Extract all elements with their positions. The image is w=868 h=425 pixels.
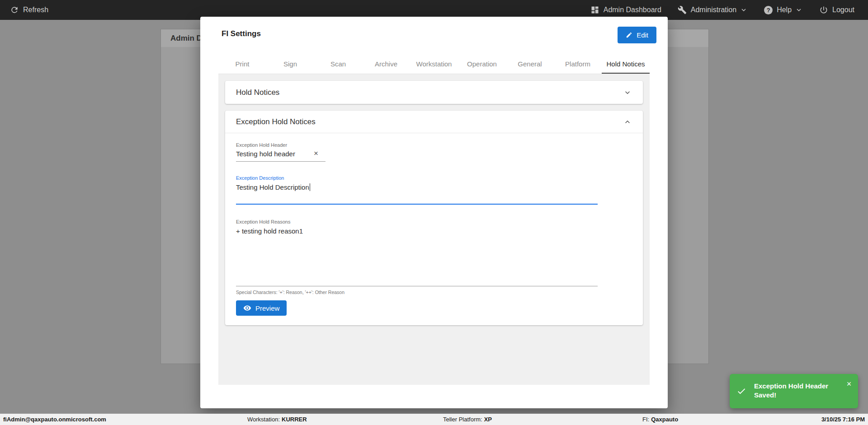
hold-notices-accordion-title: Hold Notices [236, 88, 279, 97]
exception-description-text: Testing Hold Description [236, 183, 309, 191]
refresh-button[interactable]: Refresh [10, 5, 48, 14]
administration-menu[interactable]: Administration [678, 5, 748, 14]
datetime-display: 3/10/25 7:16 PM [821, 414, 865, 425]
hold-notices-tab-panel: Hold Notices Exception Hold Notices Exce… [218, 74, 650, 385]
workstation-label: Workstation: [247, 416, 280, 423]
exception-hold-header-input[interactable]: Testing hold header [236, 150, 295, 158]
pencil-icon [626, 32, 632, 38]
exception-hold-reasons-textarea[interactable]: + testing hold reason1 [236, 227, 303, 235]
edit-button-label: Edit [637, 31, 648, 39]
chevron-down-icon [740, 6, 748, 14]
fi-value: Qaxpauto [651, 416, 678, 423]
help-label: Help [777, 6, 792, 14]
teller-platform-value: XP [484, 416, 492, 423]
refresh-label: Refresh [23, 6, 48, 14]
tab-hold-notices[interactable]: Hold Notices [602, 54, 650, 74]
help-menu[interactable]: ? Help [764, 6, 803, 14]
logout-button[interactable]: Logout [819, 5, 854, 14]
refresh-icon [10, 5, 19, 14]
exception-hold-notices-accordion: Exception Hold Notices Exception Hold He… [225, 111, 643, 325]
administration-label: Administration [691, 6, 736, 14]
exception-hold-header-label: Exception Hold Header [236, 142, 287, 148]
tab-sign[interactable]: Sign [266, 54, 314, 74]
clear-field-icon[interactable]: × [311, 149, 321, 159]
exception-accordion-header[interactable]: Exception Hold Notices [225, 111, 643, 133]
success-toast: Exception Hold Header Saved! × [730, 374, 858, 408]
dashboard-icon [590, 5, 599, 14]
tab-general[interactable]: General [506, 54, 554, 74]
preview-button[interactable]: Preview [236, 300, 287, 316]
eye-icon [243, 304, 251, 312]
tab-operation[interactable]: Operation [458, 54, 506, 74]
exception-description-label: Exception Description [236, 175, 284, 181]
logged-in-user: fiAdmin@qaxpauto.onmicrosoft.com [3, 414, 106, 425]
fi-status: FI:Qaxpauto [642, 414, 678, 425]
logout-label: Logout [832, 6, 854, 14]
hold-notices-accordion[interactable]: Hold Notices [225, 81, 643, 104]
settings-tab-bar: Print Sign Scan Archive Workstation Oper… [218, 54, 650, 74]
exception-hold-reasons-underline [236, 286, 598, 286]
exception-hold-header-underline [236, 161, 326, 162]
exception-description-underline [236, 204, 598, 205]
dialog-title: FI Settings [222, 29, 261, 38]
exception-accordion-title: Exception Hold Notices [236, 117, 316, 126]
tab-platform[interactable]: Platform [554, 54, 602, 74]
tab-scan[interactable]: Scan [314, 54, 362, 74]
preview-button-label: Preview [255, 304, 279, 312]
tab-archive[interactable]: Archive [362, 54, 410, 74]
edit-button[interactable]: Edit [618, 27, 656, 43]
wrench-icon [678, 5, 687, 14]
exception-description-input[interactable]: Testing Hold Description [236, 183, 310, 191]
chevron-down-icon [795, 6, 803, 14]
status-footer-bar: fiAdmin@qaxpauto.onmicrosoft.com Worksta… [0, 414, 868, 425]
chevron-up-icon[interactable] [623, 117, 632, 126]
special-characters-hint: Special Characters: '+': Reason, '++': O… [236, 290, 344, 295]
topbar-right-group: Admin Dashboard Administration ? Help Lo… [590, 5, 858, 14]
tab-workstation[interactable]: Workstation [410, 54, 458, 74]
admin-dashboard-label: Admin Dashboard [604, 6, 661, 14]
chevron-down-icon[interactable] [623, 88, 632, 97]
workstation-value: KURRER [282, 416, 307, 423]
teller-platform-status: Teller Platform:XP [443, 414, 492, 425]
close-icon[interactable]: × [844, 379, 854, 388]
tab-print[interactable]: Print [218, 54, 266, 74]
workstation-status: Workstation:KURRER [247, 414, 307, 425]
help-icon: ? [764, 6, 773, 14]
fi-settings-dialog: FI Settings Edit Print Sign Scan Archive… [200, 17, 668, 408]
check-icon [736, 386, 746, 396]
teller-platform-label: Teller Platform: [443, 416, 482, 423]
exception-hold-reasons-label: Exception Hold Reasons [236, 219, 290, 224]
admin-dashboard-nav[interactable]: Admin Dashboard [590, 5, 661, 14]
power-icon [819, 5, 828, 14]
text-cursor [310, 183, 310, 191]
toast-message: Exception Hold Header Saved! [754, 382, 838, 400]
fi-label: FI: [642, 416, 649, 423]
background-panel-title: Admin D [170, 34, 202, 43]
